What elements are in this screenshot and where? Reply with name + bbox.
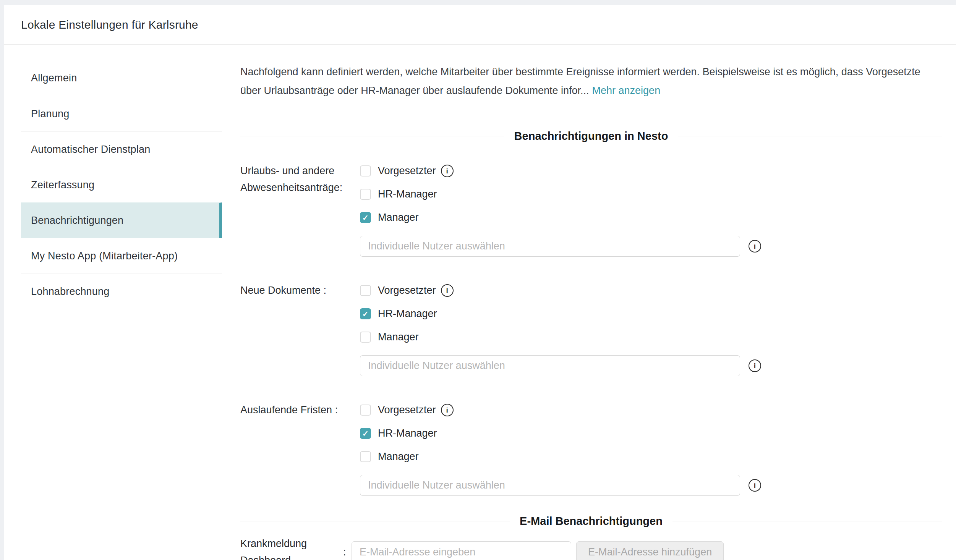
sidebar-item-automatischer-dienstplan[interactable]: Automatischer Dienstplan <box>21 131 222 167</box>
group-options: Vorgesetzter HR-Manager Manager <box>360 398 942 496</box>
option-row-vorgesetzter: Vorgesetzter <box>360 279 942 302</box>
option-row-vorgesetzter: Vorgesetzter <box>360 159 942 183</box>
section-divider-line <box>672 521 942 521</box>
info-icon[interactable] <box>441 165 454 177</box>
sidebar-item-label: Lohnabrechnung <box>31 286 110 298</box>
user-picker-row <box>360 475 942 496</box>
group-options: Vorgesetzter HR-Manager Manager <box>360 279 942 376</box>
vorgesetzter-checkbox[interactable] <box>360 405 371 416</box>
hr-manager-checkbox[interactable] <box>360 189 371 200</box>
manager-checkbox[interactable] <box>360 451 371 462</box>
add-email-button[interactable]: E-Mail-Adresse hinzufügen <box>576 541 724 560</box>
option-row-hr-manager: HR-Manager <box>360 302 942 325</box>
manager-checkbox[interactable] <box>360 212 371 223</box>
user-picker-row <box>360 236 942 257</box>
intro-text: Nachfolgend kann definiert werden, welch… <box>240 63 942 100</box>
user-picker-row <box>360 355 942 376</box>
vorgesetzter-checkbox[interactable] <box>360 285 371 296</box>
info-icon[interactable] <box>749 479 761 492</box>
sidebar-item-allgemein[interactable]: Allgemein <box>21 60 222 96</box>
individual-users-input[interactable] <box>360 236 740 257</box>
page: { "header": { "title": "Lokale Einstellu… <box>0 0 956 560</box>
option-label: HR-Manager <box>378 427 437 439</box>
sidebar-item-label: Automatischer Dienstplan <box>31 144 150 155</box>
sick-note-dashboard-label: Krankmeldung Dashboard <box>240 535 343 560</box>
option-row-vorgesetzter: Vorgesetzter <box>360 398 942 422</box>
option-label: HR-Manager <box>378 188 437 200</box>
settings-sidebar: Allgemein Planung Automatischer Dienstpl… <box>4 45 222 309</box>
notification-group-expiring-deadlines: Auslaufende Fristen : Vorgesetzter HR-Ma… <box>240 398 942 496</box>
sidebar-item-lohnabrechnung[interactable]: Lohnabrechnung <box>21 274 222 309</box>
sidebar-item-label: My Nesto App (Mitarbeiter-App) <box>31 250 178 262</box>
sidebar-item-label: Benachrichtigungen <box>31 215 123 227</box>
manager-checkbox[interactable] <box>360 332 371 343</box>
hr-manager-checkbox[interactable] <box>360 428 371 439</box>
sidebar-item-benachrichtigungen[interactable]: Benachrichtigungen <box>21 202 222 238</box>
sick-note-dashboard-row: Krankmeldung Dashboard : E-Mail-Adresse … <box>240 535 942 560</box>
info-icon[interactable] <box>441 404 454 416</box>
show-more-link[interactable]: Mehr anzeigen <box>592 85 661 96</box>
notification-group-absence-requests: Urlaubs- und andere Abwesenheitsanträge:… <box>240 159 942 257</box>
option-row-manager: Manager <box>360 445 942 468</box>
email-address-input[interactable] <box>352 541 571 560</box>
option-row-manager: Manager <box>360 206 942 229</box>
option-label: Manager <box>378 451 419 463</box>
option-row-manager: Manager <box>360 325 942 349</box>
individual-users-input[interactable] <box>360 475 740 496</box>
option-row-hr-manager: HR-Manager <box>360 183 942 206</box>
sidebar-item-zeiterfassung[interactable]: Zeiterfassung <box>21 167 222 202</box>
individual-users-input[interactable] <box>360 355 740 376</box>
group-label: Urlaubs- und andere Abwesenheitsanträge: <box>240 159 360 257</box>
notification-group-new-documents: Neue Dokumente : Vorgesetzter HR-Manager… <box>240 279 942 376</box>
group-label: Neue Dokumente : <box>240 279 360 376</box>
sidebar-item-label: Zeiterfassung <box>31 179 94 191</box>
info-icon[interactable] <box>441 284 454 297</box>
main-content: Nachfolgend kann definiert werden, welch… <box>222 45 956 560</box>
option-label: Vorgesetzter <box>378 404 436 416</box>
option-label: HR-Manager <box>378 308 437 320</box>
card-body: Allgemein Planung Automatischer Dienstpl… <box>4 45 956 560</box>
intro-description: Nachfolgend kann definiert werden, welch… <box>240 66 920 96</box>
section-divider-line <box>678 136 942 136</box>
section-header-email: E-Mail Benachrichtigungen <box>240 515 942 528</box>
option-label: Manager <box>378 212 419 223</box>
section-divider-line <box>240 521 510 521</box>
option-label: Vorgesetzter <box>378 285 436 296</box>
section-divider-line <box>240 136 504 136</box>
sidebar-item-my-nesto-app[interactable]: My Nesto App (Mitarbeiter-App) <box>21 238 222 274</box>
group-options: Vorgesetzter HR-Manager Manager <box>360 159 942 257</box>
sidebar-item-label: Allgemein <box>31 72 77 84</box>
hr-manager-checkbox[interactable] <box>360 308 371 319</box>
card-header: Lokale Einstellungen für Karlsruhe <box>4 5 956 45</box>
label-colon: : <box>343 546 352 558</box>
info-icon[interactable] <box>749 359 761 372</box>
option-row-hr-manager: HR-Manager <box>360 422 942 445</box>
sidebar-item-planung[interactable]: Planung <box>21 96 222 131</box>
page-title: Lokale Einstellungen für Karlsruhe <box>21 18 198 31</box>
sidebar-item-label: Planung <box>31 108 70 120</box>
option-label: Vorgesetzter <box>378 165 436 177</box>
settings-card: Lokale Einstellungen für Karlsruhe Allge… <box>4 5 956 560</box>
section-title: E-Mail Benachrichtigungen <box>520 515 663 528</box>
vorgesetzter-checkbox[interactable] <box>360 165 371 176</box>
group-label: Auslaufende Fristen : <box>240 398 360 496</box>
section-header-nesto: Benachrichtigungen in Nesto <box>240 130 942 142</box>
info-icon[interactable] <box>749 240 761 252</box>
section-title: Benachrichtigungen in Nesto <box>514 130 668 142</box>
option-label: Manager <box>378 331 419 343</box>
